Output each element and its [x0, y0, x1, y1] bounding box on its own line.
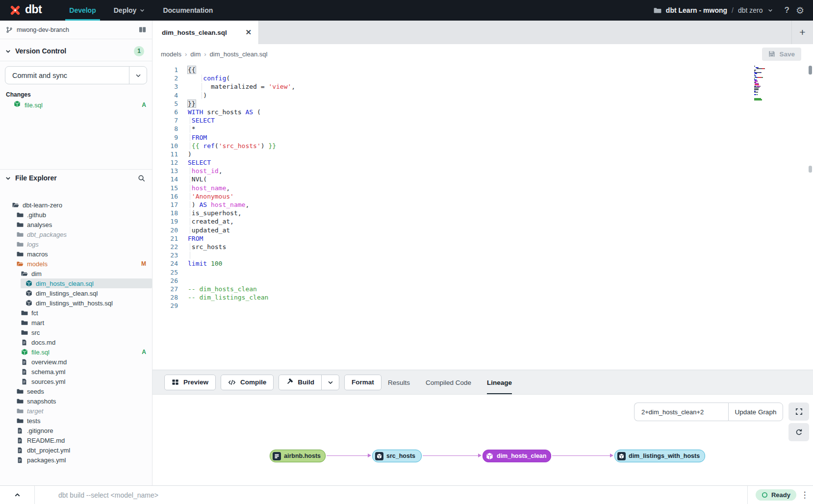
lineage-node-src_hosts[interactable]: src_hosts	[372, 450, 422, 462]
tree-file-dim_hosts_clean.sql[interactable]: dim_hosts_clean.sql	[21, 278, 152, 288]
save-button[interactable]: Save	[762, 48, 801, 61]
breadcrumb: models›dim›dim_hosts_clean.sql	[161, 50, 267, 58]
line-number: 13	[152, 167, 178, 175]
model-cube-icon	[25, 280, 32, 287]
tree-folder-models[interactable]: modelsM	[0, 259, 152, 269]
environment-name[interactable]: dbt zero	[738, 6, 763, 14]
file-tab[interactable]: dim_hosts_clean.sql ✕	[152, 21, 259, 44]
dbt-command-input[interactable]	[35, 486, 747, 504]
code-line: 5}}	[152, 100, 295, 108]
minimap[interactable]	[754, 66, 771, 101]
split-panes-icon[interactable]	[139, 26, 146, 33]
tree-folder-fct[interactable]: fct	[0, 308, 152, 318]
indent-guide	[190, 117, 190, 124]
tab-compiled-code[interactable]: Compiled Code	[426, 370, 471, 395]
lineage-edge	[327, 455, 370, 456]
new-tab-button[interactable]: +	[791, 21, 813, 44]
tree-file-.gitignore[interactable]: .gitignore	[0, 426, 152, 435]
line-number: 7	[152, 116, 178, 125]
tree-folder-analyses[interactable]: analyses	[0, 220, 152, 229]
search-icon[interactable]	[138, 175, 145, 182]
nav-item-deploy[interactable]: Deploy	[105, 0, 154, 21]
format-label: Format	[352, 378, 374, 386]
save-label: Save	[779, 50, 795, 58]
scrollbar-thumb[interactable]	[809, 66, 812, 75]
tree-folder-dbt_packages[interactable]: dbt_packages	[0, 229, 152, 239]
tree-file-overview.md[interactable]: overview.md	[0, 357, 152, 367]
version-control-header[interactable]: Version Control 1	[0, 42, 152, 60]
lineage-node-dim_hosts_clean[interactable]: dim_hosts_clean	[483, 450, 551, 462]
build-options-caret[interactable]	[321, 375, 339, 390]
tree-folder-logs[interactable]: logs	[0, 239, 152, 249]
nav-item-label: Develop	[69, 6, 96, 14]
scrollbar-mark	[809, 166, 812, 173]
tree-item-label: dbt-learn-zero	[23, 202, 62, 209]
tree-file-packages.yml[interactable]: packages.yml	[0, 455, 152, 465]
tree-folder-dim[interactable]: dim	[0, 269, 152, 278]
tab-results[interactable]: Results	[388, 370, 410, 395]
tree-folder-mart[interactable]: mart	[0, 318, 152, 328]
folder-open-icon	[16, 260, 24, 267]
indent-guide	[190, 176, 190, 183]
tree-item-label: dim	[31, 270, 42, 277]
tree-file-dbt_project.yml[interactable]: dbt_project.yml	[0, 445, 152, 455]
build-button[interactable]: Build	[279, 375, 321, 390]
nav-item-documentation[interactable]: Documentation	[154, 0, 222, 21]
commit-options-caret[interactable]	[129, 67, 147, 84]
dbt-logo[interactable]: dbt	[9, 4, 42, 17]
commit-and-sync-label[interactable]: Commit and sync	[5, 67, 129, 84]
tree-folder-tests[interactable]: tests	[0, 416, 152, 426]
tree-folder-seeds[interactable]: seeds	[0, 386, 152, 396]
indent-guide	[190, 209, 190, 217]
tree-folder-dbt-learn-zero[interactable]: dbt-learn-zero	[0, 200, 152, 210]
lineage-graph: airbnb.hostssrc_hostsdim_hosts_cleandim_…	[152, 395, 813, 485]
commit-and-sync-button[interactable]: Commit and sync	[5, 66, 147, 84]
tree-file-schema.yml[interactable]: schema.yml	[0, 367, 152, 377]
sidebar: mwong-dev-branch Version Control 1 Commi…	[0, 21, 152, 485]
lineage-node-airbnb.hosts[interactable]: airbnb.hosts	[270, 450, 326, 462]
environment-caret-icon[interactable]	[767, 7, 773, 13]
project-name[interactable]: dbt Learn - mwong	[666, 6, 727, 14]
format-button[interactable]: Format	[344, 375, 381, 390]
tab-lineage[interactable]: Lineage	[487, 370, 512, 395]
tree-folder-target[interactable]: target	[0, 406, 152, 416]
breadcrumb-item[interactable]: dim_hosts_clean.sql	[210, 50, 268, 58]
gear-icon[interactable]: ⚙	[796, 5, 804, 16]
code-line: 16 'Anonymous'	[152, 192, 295, 201]
preview-label: Preview	[183, 378, 208, 386]
help-icon[interactable]: ?	[785, 5, 789, 15]
kebab-menu-icon[interactable]: ⋮	[796, 489, 813, 501]
preview-button[interactable]: Preview	[164, 375, 216, 390]
tree-file-file.sql[interactable]: file.sqlA	[0, 347, 152, 357]
indent-guide	[190, 134, 190, 141]
breadcrumb-separator: ›	[204, 50, 206, 58]
close-tab-icon[interactable]: ✕	[245, 28, 252, 37]
lineage-node-dim_listings_with_hosts[interactable]: dim_listings_with_hosts	[614, 450, 705, 462]
tree-folder-snapshots[interactable]: snapshots	[0, 396, 152, 406]
tree-file-dim_listings_with_hosts.sql[interactable]: dim_listings_with_hosts.sql	[0, 298, 152, 308]
compile-button[interactable]: Compile	[221, 375, 274, 390]
indent-guide	[190, 243, 190, 251]
breadcrumb-item[interactable]: models	[161, 50, 181, 58]
file-explorer-section: File Explorer dbt-learn-zero.githubanaly…	[0, 169, 152, 465]
tree-folder-.github[interactable]: .github	[0, 210, 152, 220]
breadcrumb-item[interactable]: dim	[190, 50, 201, 58]
line-number: 9	[152, 133, 178, 142]
tree-file-docs.md[interactable]: docs.md	[0, 337, 152, 347]
git-status-badge: A	[142, 349, 146, 355]
nav-item-develop[interactable]: Develop	[60, 0, 104, 21]
changed-file-row[interactable]: file.sqlA	[0, 100, 152, 110]
tree-file-dim_listings_clean.sql[interactable]: dim_listings_clean.sql	[0, 288, 152, 298]
code-line: 3 materialized = 'view',	[152, 82, 295, 91]
expand-panel-chevron[interactable]	[0, 486, 34, 504]
line-number: 1	[152, 66, 178, 74]
tree-folder-macros[interactable]: macros	[0, 249, 152, 259]
tree-folder-src[interactable]: src	[0, 328, 152, 337]
tree-file-sources.yml[interactable]: sources.yml	[0, 377, 152, 386]
code-editor[interactable]: 1{{2 config(3 materialized = 'view',4 )5…	[152, 64, 813, 370]
file-explorer-header[interactable]: File Explorer	[0, 170, 152, 186]
tree-file-README.md[interactable]: README.md	[0, 435, 152, 445]
branch-row[interactable]: mwong-dev-branch	[0, 21, 152, 39]
file-icon	[21, 369, 28, 375]
tree-item-label: overview.md	[31, 358, 67, 366]
